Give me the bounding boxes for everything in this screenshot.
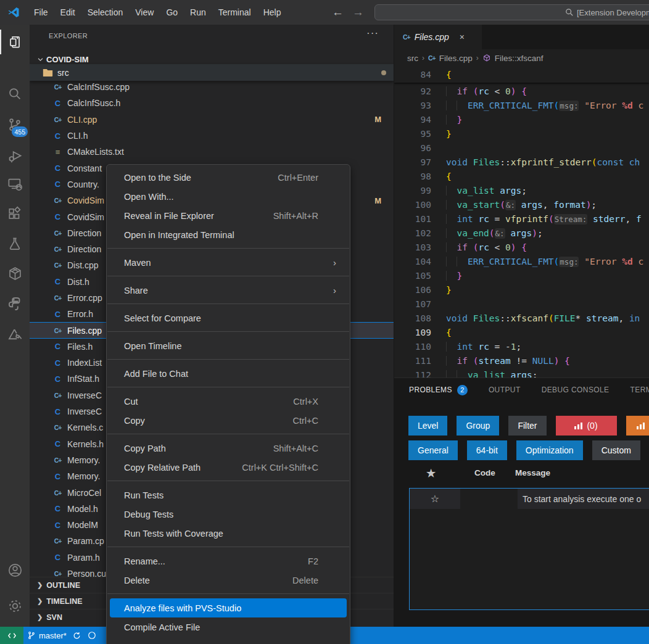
- panel-tab-terminal[interactable]: TERMINAL: [630, 386, 649, 394]
- menu-terminal[interactable]: Terminal: [213, 5, 257, 20]
- breadcrumb-src[interactable]: src: [407, 54, 418, 63]
- pvs-button-general[interactable]: General: [408, 440, 458, 460]
- pvs-button-64-bit[interactable]: 64-bit: [467, 440, 507, 460]
- menu-item-open-timeline[interactable]: Open Timeline: [110, 336, 347, 355]
- menu-item-run-tests[interactable]: Run Tests: [110, 485, 347, 505]
- back-icon[interactable]: ←: [332, 6, 344, 19]
- menu-help[interactable]: Help: [258, 5, 287, 20]
- menu-item-open-in-integrated-terminal[interactable]: Open in Integrated Terminal: [110, 225, 347, 244]
- git-branch-status[interactable]: master*: [27, 627, 81, 644]
- explorer-more-actions-icon[interactable]: ···: [366, 27, 379, 39]
- h-file-icon: C: [52, 180, 63, 189]
- menu-item-copy-relative-path[interactable]: Copy Relative PathCtrl+K Ctrl+Shift+C: [110, 458, 347, 477]
- menu-item-cut[interactable]: CutCtrl+X: [110, 392, 347, 411]
- sync-icon[interactable]: [72, 631, 81, 640]
- breadcrumb-file[interactable]: Files.cpp: [439, 54, 473, 63]
- menu-item-rename[interactable]: Rename...F2: [110, 551, 347, 571]
- file-row-cli-cpp[interactable]: C+CLI.cppM: [30, 112, 394, 128]
- cpp-file-icon: C+: [52, 262, 63, 269]
- code-column-header[interactable]: Code: [474, 468, 495, 477]
- python-icon[interactable]: [0, 289, 30, 318]
- tab-close-icon[interactable]: ×: [460, 32, 465, 42]
- file-name: Error.h: [67, 309, 93, 319]
- pvs-button-group[interactable]: Group: [457, 416, 499, 436]
- menu-go[interactable]: Go: [160, 5, 183, 20]
- pvs-button-level[interactable]: Level: [408, 416, 447, 436]
- folder-row-src[interactable]: src: [30, 64, 394, 81]
- file-row-cmakelists-txt[interactable]: ≡CMakeLists.txt: [30, 144, 394, 160]
- pvs-button-blue-edge[interactable]: (: [626, 416, 649, 436]
- menu-item-copy[interactable]: CopyCtrl+C: [110, 411, 347, 430]
- menu-item-delete[interactable]: DeleteDelete: [110, 571, 347, 590]
- menu-item-add-file-to-chat[interactable]: Add File to Chat: [110, 364, 347, 383]
- menu-selection[interactable]: Selection: [82, 5, 129, 20]
- panel-tab-problems[interactable]: PROBLEMS2: [409, 385, 468, 395]
- source-control-icon[interactable]: 455: [0, 110, 30, 139]
- file-name: CalcInfSusc.cpp: [67, 82, 130, 92]
- symbol-method-icon: [482, 54, 491, 62]
- pvs-button-filter[interactable]: Filter: [508, 416, 546, 436]
- line-number: 92: [394, 85, 431, 99]
- code-editor[interactable]: 84{92 if (rc < 0) {93 ERR_CRITICAL_FMT(m…: [394, 67, 649, 378]
- remote-explorer-icon[interactable]: [0, 169, 30, 199]
- h-file-icon: C: [52, 358, 63, 368]
- menu-item-debug-tests[interactable]: Debug Tests: [110, 505, 347, 524]
- breadcrumb-symbol[interactable]: Files::xfscanf: [495, 54, 544, 63]
- favorites-column-icon[interactable]: ★: [426, 467, 436, 480]
- tab-files-cpp[interactable]: C+ Files.cpp ×: [394, 25, 482, 49]
- menu-item-share[interactable]: Share›: [110, 281, 347, 300]
- menu-separator: [107, 387, 349, 387]
- settings-gear-icon[interactable]: [0, 591, 30, 621]
- file-name: Country.: [67, 180, 99, 189]
- menu-view[interactable]: View: [130, 5, 159, 20]
- code-line-93: 93 ERR_CRITICAL_FMT(msg: "Error %d c: [394, 99, 649, 113]
- file-row-cli-h[interactable]: CCLI.h: [30, 128, 394, 144]
- vscode-logo-icon: [7, 6, 20, 19]
- menu-item-label: Share: [124, 286, 148, 295]
- menu-item-label: Open With...: [124, 192, 174, 202]
- menu-item-analyze-files-with-pvs-studio[interactable]: Analyze files with PVS-Studio: [110, 598, 347, 617]
- menu-item-run-tests-with-coverage[interactable]: Run Tests with Coverage: [110, 524, 347, 543]
- panel-tab-debug-console[interactable]: DEBUG CONSOLE: [542, 386, 610, 394]
- branch-icon: [27, 631, 36, 640]
- code-line-111: 111 if (stream != NULL) {: [394, 354, 649, 368]
- menu-item-open-to-the-side[interactable]: Open to the SideCtrl+Enter: [110, 168, 347, 187]
- run-debug-icon[interactable]: [0, 141, 30, 170]
- menu-item-compile-active-file[interactable]: Compile Active File: [110, 617, 347, 637]
- remote-indicator[interactable]: [0, 627, 23, 644]
- table-row[interactable]: ☆ To start analysis execute one o: [410, 489, 649, 509]
- extensions-icon[interactable]: [0, 199, 30, 229]
- menu-item-select-for-compare[interactable]: Select for Compare: [110, 308, 347, 328]
- explorer-icon[interactable]: [0, 27, 30, 57]
- menu-item-open-with[interactable]: Open With...: [110, 187, 347, 206]
- pvs-studio-icon[interactable]: [0, 320, 30, 349]
- menu-item-maven[interactable]: Maven›: [110, 253, 347, 272]
- message-column-header[interactable]: Message: [515, 468, 550, 477]
- forward-icon[interactable]: →: [352, 6, 364, 19]
- file-row-calcinfsusc-cpp[interactable]: C+CalcInfSusc.cpp: [30, 79, 394, 95]
- pvs-button-0[interactable]: (0): [556, 416, 617, 436]
- file-row-calcinfsusc-h[interactable]: CCalcInfSusc.h: [30, 95, 394, 111]
- menu-file[interactable]: File: [28, 5, 54, 20]
- panel-tab-output[interactable]: OUTPUT: [489, 386, 521, 394]
- file-name: CovidSim: [67, 212, 104, 222]
- pvs-button-custom[interactable]: Custom: [592, 440, 640, 460]
- h-file-icon: C: [52, 472, 63, 481]
- menu-edit[interactable]: Edit: [55, 5, 81, 20]
- problems-status[interactable]: [88, 627, 96, 644]
- error-count-icon: [88, 631, 96, 640]
- menu-item-copy-path[interactable]: Copy PathShift+Alt+C: [110, 439, 347, 458]
- cpp-file-icon: C+: [52, 83, 63, 91]
- cpp-file-icon: C+: [428, 54, 436, 62]
- account-icon[interactable]: [0, 555, 30, 585]
- pvs-button-label: (0): [587, 421, 597, 431]
- menu-item-reveal-in-file-explorer[interactable]: Reveal in File ExplorerShift+Alt+R: [110, 206, 347, 225]
- search-view-icon[interactable]: [0, 79, 30, 109]
- code-text: void Files::xfscanf(FILE* stream, in: [446, 312, 649, 326]
- menu-run[interactable]: Run: [184, 5, 212, 20]
- package-icon[interactable]: [0, 258, 30, 288]
- pvs-button-optimization[interactable]: Optimization: [516, 440, 583, 460]
- star-outline-icon[interactable]: ☆: [431, 493, 439, 505]
- testing-icon[interactable]: [0, 229, 30, 258]
- command-center-search[interactable]: [Extension Development Host] c: [374, 4, 649, 20]
